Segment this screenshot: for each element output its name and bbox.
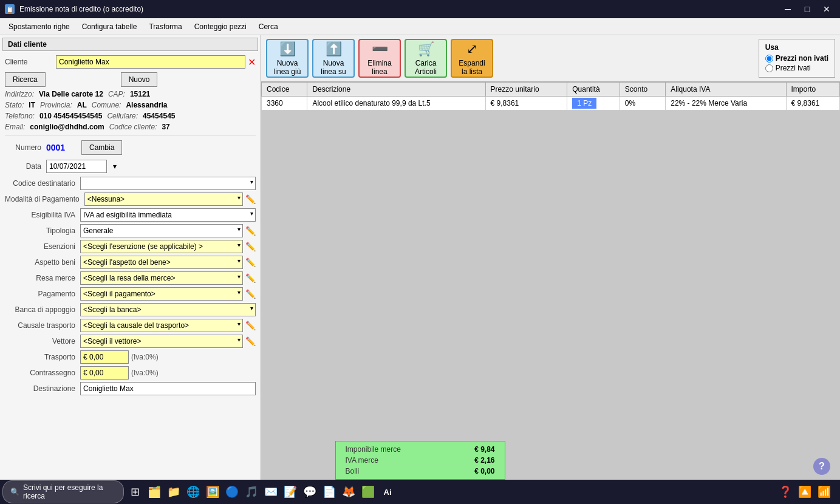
totals-panel: Imponibile merce € 9,84 IVA merce € 2,16… <box>335 441 505 480</box>
taskbar-app-icon[interactable]: 🟩 <box>360 483 377 500</box>
taskbar-firefox-icon[interactable]: 🦊 <box>340 483 357 500</box>
pagamento-select[interactable]: <Scegli il pagamento> <box>80 287 243 301</box>
taskbar-right: ❓ 🔼 📶 <box>777 483 838 500</box>
contrassegno-iva: (Iva:0%) <box>131 369 159 377</box>
causale-select[interactable]: <Scegli la causale del trasporto> <box>80 319 243 332</box>
pagamento-edit-icon[interactable]: ✏️ <box>245 289 256 299</box>
esigibilita-wrapper: IVA ad esigibilità immediata <box>80 208 256 222</box>
contrassegno-input[interactable] <box>80 366 129 380</box>
esenzioni-select[interactable]: <Scegli l'esenzione (se applicabile) > <box>80 240 243 253</box>
minimize-button[interactable]: ─ <box>779 3 796 15</box>
taskbar-notes-icon[interactable]: 📝 <box>282 483 299 500</box>
esigibilita-label: Esigibilità IVA <box>5 211 78 219</box>
cap-value: 15121 <box>130 90 150 98</box>
resa-edit-icon[interactable]: ✏️ <box>245 273 256 283</box>
taskbar-mail-icon[interactable]: ✉️ <box>262 483 279 500</box>
taskbar-file-icon[interactable]: 📄 <box>321 483 338 500</box>
aspetto-select[interactable]: <Scegli l'aspetto del bene> <box>80 256 243 269</box>
tipologia-wrapper: Generale <box>80 224 243 237</box>
esenzioni-edit-icon[interactable]: ✏️ <box>245 242 256 251</box>
taskbar-network-icon[interactable]: 📶 <box>816 483 833 500</box>
vettore-edit-icon[interactable]: ✏️ <box>245 336 256 346</box>
resa-row: Resa merce <Scegli la resa della merce> … <box>0 270 261 286</box>
espandi-lista-button[interactable]: ⤢ Espandila lista <box>451 39 493 78</box>
modalita-select[interactable]: <Nessuna> <box>84 192 243 206</box>
nuova-linea-su-button[interactable]: ⬆️ Nuovalinea su <box>312 39 355 78</box>
taskbar-edge-icon[interactable]: 🌐 <box>185 483 202 500</box>
numero-label: Numero <box>5 143 41 152</box>
taskbar-store-icon[interactable]: 🗂️ <box>146 483 163 500</box>
menu-configura[interactable]: Configura tabelle <box>76 20 143 33</box>
cell-aliquota: 22% - 22% Merce Varia <box>666 97 786 111</box>
cambia-button[interactable]: Cambia <box>81 140 122 155</box>
esigibilita-select[interactable]: IVA ad esigibilità immediata <box>80 208 256 222</box>
provincia-value: AL <box>77 101 87 109</box>
close-button[interactable]: ✕ <box>818 3 835 15</box>
carica-articoli-button[interactable]: 🛒 CaricaArticoli <box>405 39 447 78</box>
numero-row: Numero 0001 Cambia <box>0 138 261 157</box>
taskbar-folder-icon[interactable]: 📁 <box>165 483 182 500</box>
prezzi-non-ivati-radio[interactable] <box>765 55 773 63</box>
iva-row: IVA merce € 2,16 <box>336 455 505 466</box>
prezzi-ivati-row: Prezzi ivati <box>765 64 828 72</box>
banca-select[interactable]: <Scegli la banca> <box>80 303 256 316</box>
elimina-linea-label: Eliminalinea <box>367 59 391 76</box>
taskbar-start-icon[interactable]: ⊞ <box>126 483 143 500</box>
codice-dest-select[interactable] <box>80 177 256 190</box>
imponibile-label: Imponibile merce <box>346 445 401 454</box>
taskbar-photos-icon[interactable]: 🖼️ <box>204 483 221 500</box>
taskbar-ai-icon[interactable]: Ai <box>379 483 396 500</box>
clear-client-button[interactable]: ✕ <box>248 56 256 68</box>
search-button[interactable]: Ricerca <box>5 72 46 87</box>
telefono-value: 010 454545454545 <box>39 112 102 120</box>
taskbar-help-icon[interactable]: ❓ <box>777 483 794 500</box>
cart-icon: 🛒 <box>418 41 434 57</box>
cellulare-value: 45454545 <box>143 112 175 120</box>
date-dropdown-icon[interactable]: ▾ <box>113 162 117 171</box>
prezzi-ivati-radio[interactable] <box>765 64 773 72</box>
taskbar-whatsapp-icon[interactable]: 💬 <box>301 483 318 500</box>
imponibile-row: Imponibile merce € 9,84 <box>336 444 505 455</box>
vettore-select[interactable]: <Scegli il vettore> <box>80 335 243 348</box>
banca-wrapper: <Scegli la banca> <box>80 303 256 316</box>
tipologia-select[interactable]: Generale <box>80 224 243 237</box>
table-row[interactable]: 3360 Alcool etilico denaturato 99,9 da L… <box>262 97 840 111</box>
resa-select[interactable]: <Scegli la resa della merce> <box>80 271 243 285</box>
tipologia-edit-icon[interactable]: ✏️ <box>245 226 256 236</box>
data-input[interactable] <box>46 160 107 173</box>
taskbar-spotify-icon[interactable]: 🎵 <box>243 483 260 500</box>
menu-trasforma[interactable]: Trasforma <box>143 20 188 33</box>
modalita-edit-icon[interactable]: ✏️ <box>245 194 256 204</box>
pagamento-row: Pagamento <Scegli il pagamento> ✏️ <box>0 286 261 302</box>
menu-conteggio[interactable]: Conteggio pezzi <box>188 20 253 33</box>
nuova-linea-giu-button[interactable]: ⬇️ Nuovalinea giù <box>266 39 309 78</box>
menu-cerca[interactable]: Cerca <box>253 20 284 33</box>
help-button[interactable]: ? <box>813 458 830 475</box>
col-descrizione: Descrizione <box>307 83 485 97</box>
elimina-linea-button[interactable]: ➖ Eliminalinea <box>358 39 401 78</box>
taskbar-search[interactable]: 🔍 Scrivi qui per eseguire la ricerca <box>2 480 124 503</box>
iva-value: € 2,16 <box>474 456 494 465</box>
window-title: Emissione nota di credito (o accredito) <box>19 5 143 13</box>
telefono-label: Telefono: <box>5 112 35 120</box>
menu-spostamento[interactable]: Spostamento righe <box>2 20 76 33</box>
address-label: Indirizzo: <box>5 90 34 98</box>
taskbar-up-icon[interactable]: 🔼 <box>796 483 813 500</box>
bolli-label: Bolli <box>346 467 360 475</box>
col-sconto: Sconto <box>620 83 665 97</box>
col-prezzo: Prezzo unitario <box>485 83 567 97</box>
bolli-row: Bolli € 0,00 <box>336 466 505 477</box>
new-button[interactable]: Nuovo <box>121 72 158 87</box>
destinazione-input[interactable] <box>80 382 256 395</box>
trasporto-input[interactable] <box>80 350 129 364</box>
maximize-button[interactable]: □ <box>799 3 816 15</box>
esenzioni-wrapper: <Scegli l'esenzione (se applicabile) > <box>80 240 243 253</box>
causale-edit-icon[interactable]: ✏️ <box>245 321 256 330</box>
client-input[interactable] <box>56 55 245 69</box>
destinazione-row: Destinazione <box>0 381 261 397</box>
causale-wrapper: <Scegli la causale del trasporto> <box>80 319 243 332</box>
taskbar-chrome-icon[interactable]: 🔵 <box>224 483 241 500</box>
esenzioni-row: Esenzioni <Scegli l'esenzione (se applic… <box>0 239 261 254</box>
expand-icon: ⤢ <box>466 41 477 57</box>
aspetto-edit-icon[interactable]: ✏️ <box>245 257 256 267</box>
